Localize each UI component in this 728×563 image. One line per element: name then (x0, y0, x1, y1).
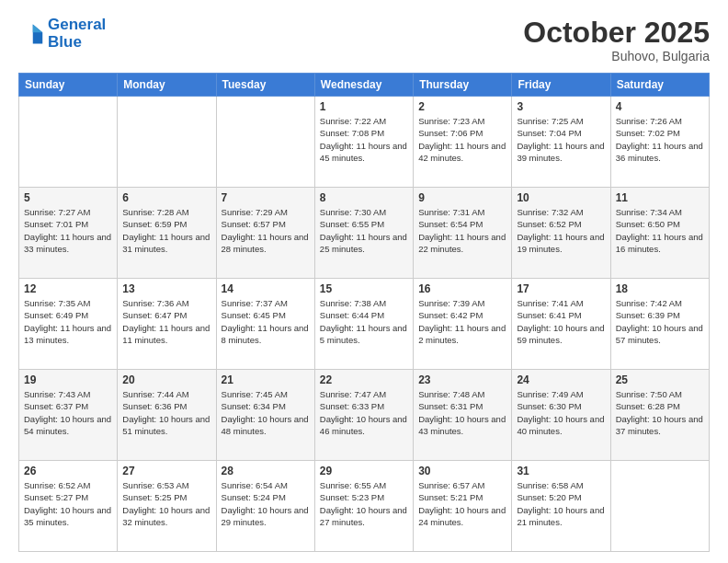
cell-info: Sunrise: 7:31 AM Sunset: 6:54 PM Dayligh… (418, 206, 506, 255)
day-number: 21 (222, 373, 310, 386)
calendar-cell: 30Sunrise: 6:57 AM Sunset: 5:21 PM Dayli… (414, 461, 512, 552)
cell-info: Sunrise: 7:38 AM Sunset: 6:44 PM Dayligh… (320, 297, 408, 346)
cell-info: Sunrise: 7:48 AM Sunset: 6:31 PM Dayligh… (418, 388, 506, 437)
calendar-cell: 19Sunrise: 7:43 AM Sunset: 6:37 PM Dayli… (19, 370, 118, 461)
day-number: 23 (418, 373, 506, 386)
calendar-cell: 12Sunrise: 7:35 AM Sunset: 6:49 PM Dayli… (19, 279, 118, 370)
header-thursday: Thursday (414, 74, 512, 97)
header-friday: Friday (512, 74, 610, 97)
cell-info: Sunrise: 7:30 AM Sunset: 6:55 PM Dayligh… (320, 206, 408, 255)
calendar-cell: 15Sunrise: 7:38 AM Sunset: 6:44 PM Dayli… (314, 279, 413, 370)
calendar-cell: 7Sunrise: 7:29 AM Sunset: 6:57 PM Daylig… (216, 188, 314, 279)
day-number: 26 (24, 465, 112, 477)
day-number: 15 (320, 282, 408, 295)
day-number: 25 (616, 373, 704, 386)
calendar-header-row: Sunday Monday Tuesday Wednesday Thursday… (19, 74, 710, 97)
calendar-cell (19, 97, 118, 188)
calendar-cell: 16Sunrise: 7:39 AM Sunset: 6:42 PM Dayli… (414, 279, 512, 370)
cell-info: Sunrise: 7:42 AM Sunset: 6:39 PM Dayligh… (616, 297, 704, 346)
day-number: 24 (517, 373, 605, 386)
cell-info: Sunrise: 7:26 AM Sunset: 7:02 PM Dayligh… (616, 115, 704, 164)
day-number: 19 (24, 373, 112, 386)
day-number: 9 (418, 191, 506, 204)
calendar-cell: 8Sunrise: 7:30 AM Sunset: 6:55 PM Daylig… (314, 188, 413, 279)
cell-info: Sunrise: 7:37 AM Sunset: 6:45 PM Dayligh… (222, 297, 310, 346)
calendar-cell: 24Sunrise: 7:49 AM Sunset: 6:30 PM Dayli… (512, 370, 610, 461)
calendar-week-2: 12Sunrise: 7:35 AM Sunset: 6:49 PM Dayli… (19, 279, 710, 370)
calendar-cell: 28Sunrise: 6:54 AM Sunset: 5:24 PM Dayli… (216, 461, 314, 552)
day-number: 11 (616, 191, 704, 204)
cell-info: Sunrise: 7:43 AM Sunset: 6:37 PM Dayligh… (24, 388, 112, 437)
title-block: October 2025 Buhovo, Bulgaria (523, 17, 710, 63)
calendar-cell: 1Sunrise: 7:22 AM Sunset: 7:08 PM Daylig… (314, 97, 413, 188)
calendar-cell: 21Sunrise: 7:45 AM Sunset: 6:34 PM Dayli… (216, 370, 314, 461)
day-number: 18 (616, 282, 704, 295)
calendar-cell: 18Sunrise: 7:42 AM Sunset: 6:39 PM Dayli… (610, 279, 709, 370)
calendar-table: Sunday Monday Tuesday Wednesday Thursday… (18, 73, 710, 552)
day-number: 8 (320, 191, 408, 204)
day-number: 1 (320, 100, 408, 113)
header-tuesday: Tuesday (216, 74, 314, 97)
day-number: 29 (320, 465, 408, 477)
day-number: 6 (122, 191, 210, 204)
calendar-cell: 17Sunrise: 7:41 AM Sunset: 6:41 PM Dayli… (512, 279, 610, 370)
day-number: 5 (24, 191, 112, 204)
calendar-cell: 27Sunrise: 6:53 AM Sunset: 5:25 PM Dayli… (118, 461, 216, 552)
page: General Blue October 2025 Buhovo, Bulgar… (0, 0, 728, 563)
day-number: 31 (517, 465, 605, 477)
cell-info: Sunrise: 7:35 AM Sunset: 6:49 PM Dayligh… (24, 297, 112, 346)
day-number: 20 (122, 373, 210, 386)
cell-info: Sunrise: 7:25 AM Sunset: 7:04 PM Dayligh… (517, 115, 605, 164)
calendar-cell (216, 97, 314, 188)
day-number: 22 (320, 373, 408, 386)
calendar-cell (610, 461, 709, 552)
header-monday: Monday (118, 74, 216, 97)
cell-info: Sunrise: 6:58 AM Sunset: 5:20 PM Dayligh… (517, 479, 605, 528)
cell-info: Sunrise: 6:55 AM Sunset: 5:23 PM Dayligh… (320, 479, 408, 528)
day-number: 12 (24, 282, 112, 295)
calendar-cell: 9Sunrise: 7:31 AM Sunset: 6:54 PM Daylig… (414, 188, 512, 279)
calendar-cell (118, 97, 216, 188)
header-sunday: Sunday (19, 74, 118, 97)
day-number: 27 (122, 465, 210, 477)
calendar-cell: 29Sunrise: 6:55 AM Sunset: 5:23 PM Dayli… (314, 461, 413, 552)
calendar-cell: 14Sunrise: 7:37 AM Sunset: 6:45 PM Dayli… (216, 279, 314, 370)
cell-info: Sunrise: 7:49 AM Sunset: 6:30 PM Dayligh… (517, 388, 605, 437)
calendar-week-0: 1Sunrise: 7:22 AM Sunset: 7:08 PM Daylig… (19, 97, 710, 188)
header-saturday: Saturday (610, 74, 709, 97)
day-number: 16 (418, 282, 506, 295)
calendar-week-1: 5Sunrise: 7:27 AM Sunset: 7:01 PM Daylig… (19, 188, 710, 279)
calendar-cell: 11Sunrise: 7:34 AM Sunset: 6:50 PM Dayli… (610, 188, 709, 279)
calendar-cell: 23Sunrise: 7:48 AM Sunset: 6:31 PM Dayli… (414, 370, 512, 461)
logo-text: General Blue (48, 17, 106, 51)
cell-info: Sunrise: 7:50 AM Sunset: 6:28 PM Dayligh… (616, 388, 704, 437)
header-wednesday: Wednesday (314, 74, 413, 97)
logo-line2: Blue (48, 33, 82, 51)
calendar-cell: 2Sunrise: 7:23 AM Sunset: 7:06 PM Daylig… (414, 97, 512, 188)
cell-info: Sunrise: 6:52 AM Sunset: 5:27 PM Dayligh… (24, 479, 112, 528)
day-number: 28 (222, 465, 310, 477)
cell-info: Sunrise: 7:23 AM Sunset: 7:06 PM Dayligh… (418, 115, 506, 164)
cell-info: Sunrise: 7:45 AM Sunset: 6:34 PM Dayligh… (222, 388, 310, 437)
cell-info: Sunrise: 7:44 AM Sunset: 6:36 PM Dayligh… (122, 388, 210, 437)
cell-info: Sunrise: 7:22 AM Sunset: 7:08 PM Dayligh… (320, 115, 408, 164)
location: Buhovo, Bulgaria (523, 49, 710, 63)
day-number: 14 (222, 282, 310, 295)
day-number: 13 (122, 282, 210, 295)
cell-info: Sunrise: 7:47 AM Sunset: 6:33 PM Dayligh… (320, 388, 408, 437)
cell-info: Sunrise: 7:39 AM Sunset: 6:42 PM Dayligh… (418, 297, 506, 346)
calendar-cell: 6Sunrise: 7:28 AM Sunset: 6:59 PM Daylig… (118, 188, 216, 279)
calendar-cell: 5Sunrise: 7:27 AM Sunset: 7:01 PM Daylig… (19, 188, 118, 279)
calendar-cell: 31Sunrise: 6:58 AM Sunset: 5:20 PM Dayli… (512, 461, 610, 552)
day-number: 3 (517, 100, 605, 113)
cell-info: Sunrise: 7:41 AM Sunset: 6:41 PM Dayligh… (517, 297, 605, 346)
calendar-cell: 22Sunrise: 7:47 AM Sunset: 6:33 PM Dayli… (314, 370, 413, 461)
cell-info: Sunrise: 7:29 AM Sunset: 6:57 PM Dayligh… (222, 206, 310, 255)
header: General Blue October 2025 Buhovo, Bulgar… (18, 17, 710, 63)
calendar-cell: 26Sunrise: 6:52 AM Sunset: 5:27 PM Dayli… (19, 461, 118, 552)
day-number: 4 (616, 100, 704, 113)
calendar-week-4: 26Sunrise: 6:52 AM Sunset: 5:27 PM Dayli… (19, 461, 710, 552)
cell-info: Sunrise: 7:32 AM Sunset: 6:52 PM Dayligh… (517, 206, 605, 255)
calendar-cell: 20Sunrise: 7:44 AM Sunset: 6:36 PM Dayli… (118, 370, 216, 461)
calendar-cell: 3Sunrise: 7:25 AM Sunset: 7:04 PM Daylig… (512, 97, 610, 188)
